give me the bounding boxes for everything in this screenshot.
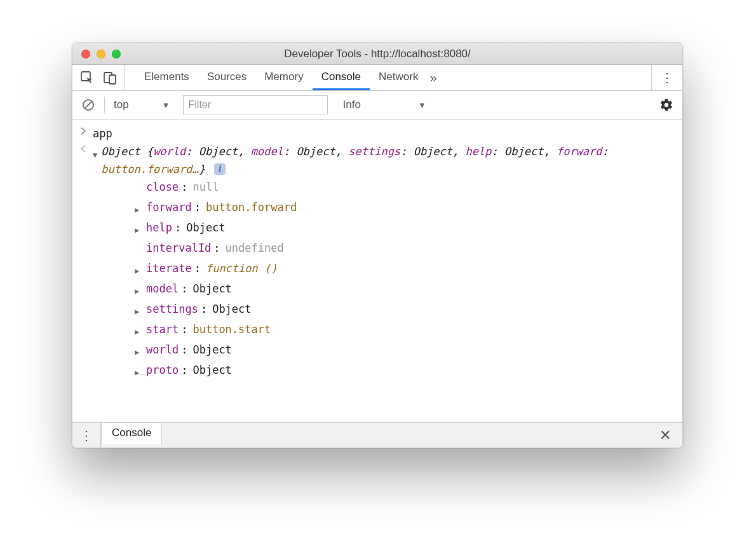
tab-list: Elements Sources Memory Console Network … <box>125 65 651 90</box>
console-toolbar: top ▼ Info ▼ <box>72 91 682 120</box>
traffic-lights <box>72 50 121 58</box>
tabs-overflow-button[interactable]: » <box>427 71 443 85</box>
devtools-window: Developer Tools - http://localhost:8080/ <box>72 43 683 448</box>
disclosure-triangle-right-icon[interactable]: ▶ <box>135 341 144 361</box>
console-settings-icon[interactable] <box>659 98 673 112</box>
log-level-value: Info <box>343 99 361 111</box>
devtools-menu-button[interactable]: ⋮ <box>651 65 682 90</box>
tab-elements[interactable]: Elements <box>135 65 198 90</box>
tab-network[interactable]: Network <box>370 65 427 90</box>
object-property-row: ▶intervalId:undefined <box>104 239 682 259</box>
object-property-row[interactable]: ▶iterate:function () <box>104 259 682 280</box>
console-output-row: ▼ Object {world: Object, model: Object, … <box>72 142 682 381</box>
svg-rect-2 <box>109 75 116 84</box>
object-property-row[interactable]: ▶forward:button.forward <box>104 198 682 219</box>
disclosure-triangle-right-icon[interactable]: ▶ <box>135 198 144 219</box>
chevron-down-icon: ▼ <box>162 100 170 110</box>
window-title: Developer Tools - http://localhost:8080/ <box>72 43 682 64</box>
object-summary[interactable]: Object {world: Object, model: Object, se… <box>101 142 682 178</box>
console-output: ▼ Object {world: Object, model: Object, … <box>93 142 682 381</box>
object-property-row[interactable]: ▶model:Object <box>104 280 682 300</box>
disclosure-triangle-right-icon[interactable]: ▶ <box>135 280 144 300</box>
tab-memory[interactable]: Memory <box>255 65 312 90</box>
prompt-icon <box>79 125 93 142</box>
drawer: ⋮ Console ✕ <box>72 422 682 448</box>
drawer-close-button[interactable]: ✕ <box>648 427 682 444</box>
disclosure-triangle-right-icon[interactable]: ▶ <box>135 320 144 341</box>
filter-input[interactable] <box>183 95 328 114</box>
object-property-row[interactable]: ▶help:Object <box>104 219 682 239</box>
tabs-left-tools <box>72 65 125 90</box>
drawer-tab-console[interactable]: Console <box>101 422 162 444</box>
close-window-button[interactable] <box>81 50 90 58</box>
minimize-window-button[interactable] <box>97 50 105 58</box>
console-body: app ▼ Object {world: Object, model: Obje… <box>72 120 682 422</box>
inspect-element-icon[interactable] <box>80 71 94 85</box>
execution-context-selector[interactable]: top ▼ <box>114 99 174 111</box>
object-property-row[interactable]: ▶settings:Object <box>104 300 682 320</box>
drawer-menu-button[interactable]: ⋮ <box>72 423 101 448</box>
svg-line-4 <box>85 102 92 109</box>
console-input-text: app <box>93 125 682 142</box>
object-property-row[interactable]: ▶start:button.start <box>104 320 682 341</box>
disclosure-triangle-right-icon[interactable]: ▶ <box>135 259 144 280</box>
console-input-row[interactable]: app <box>72 125 682 142</box>
chevron-down-icon: ▼ <box>418 100 426 110</box>
titlebar: Developer Tools - http://localhost:8080/ <box>72 43 682 65</box>
zoom-window-button[interactable] <box>112 50 121 58</box>
disclosure-triangle-right-icon[interactable]: ▶ <box>135 300 144 320</box>
tab-sources[interactable]: Sources <box>198 65 255 90</box>
object-tree: ▶close:null▶forward:button.forward▶help:… <box>93 178 682 381</box>
result-icon <box>79 142 93 153</box>
context-value: top <box>114 99 129 111</box>
disclosure-triangle-right-icon[interactable]: ▶ <box>135 361 144 381</box>
disclosure-triangle-down-icon[interactable]: ▼ <box>93 142 101 164</box>
object-property-row[interactable]: ▶proto:Object <box>104 361 682 381</box>
object-property-row: ▶close:null <box>104 178 682 198</box>
clear-console-icon[interactable] <box>81 98 95 112</box>
object-property-row[interactable]: ▶world:Object <box>104 341 682 361</box>
log-level-selector[interactable]: Info ▼ <box>337 99 426 111</box>
info-badge-icon[interactable]: i <box>214 163 226 175</box>
disclosure-triangle-right-icon[interactable]: ▶ <box>135 219 144 239</box>
devtools-tabs-row: Elements Sources Memory Console Network … <box>72 65 682 91</box>
toggle-device-toolbar-icon[interactable] <box>103 71 117 85</box>
tab-console[interactable]: Console <box>313 65 370 90</box>
